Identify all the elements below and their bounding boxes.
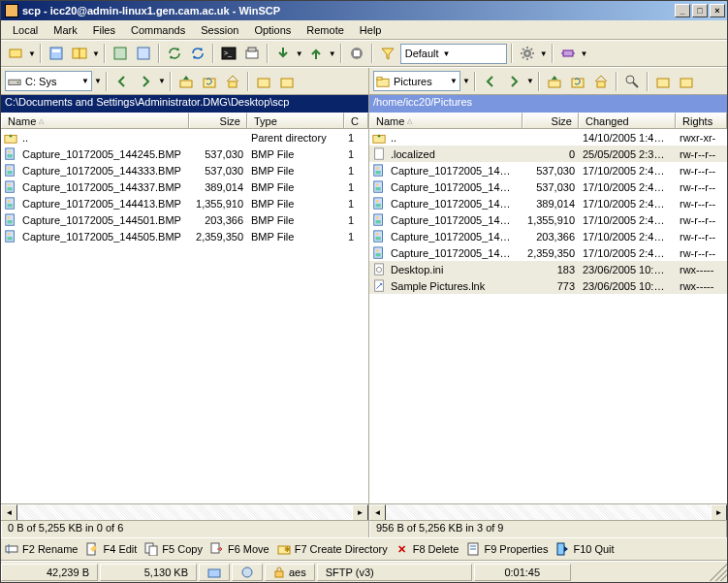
tool-btn-4[interactable]: [133, 43, 154, 64]
remote-col-name[interactable]: Name △: [369, 113, 522, 128]
local-hscroll[interactable]: ◄ ►: [1, 503, 368, 520]
disconnect-btn[interactable]: [557, 43, 579, 64]
file-row[interactable]: Capture_10172005_14…1,355,91017/10/2005 …: [369, 211, 727, 228]
local-file-list[interactable]: .. Parent directory 1 Capture_10172005_1…: [1, 129, 368, 503]
filter-btn[interactable]: [377, 43, 398, 64]
file-row[interactable]: .localized025/05/2005 2:3…rw-r--r--: [369, 146, 727, 162]
file-row[interactable]: Capture_10172005_14…2,359,35017/10/2005 …: [369, 244, 727, 261]
bmp-icon: [3, 147, 18, 161]
scroll-left-btn[interactable]: ◄: [369, 504, 386, 520]
minimize-button[interactable]: _: [675, 4, 690, 17]
copy-btn[interactable]: F5 Copy: [144, 542, 203, 556]
close-button[interactable]: ×: [710, 4, 725, 17]
status-icon1[interactable]: [199, 564, 230, 581]
props-btn[interactable]: F9 Properties: [466, 542, 548, 556]
app-icon: [5, 4, 18, 17]
local-toolbar: C: Sys ▼ ▼ ▼: [1, 68, 368, 95]
quit-btn[interactable]: F10 Quit: [555, 542, 614, 556]
local-drive-combo[interactable]: C: Sys ▼: [5, 71, 92, 91]
local-folder-btn2[interactable]: [276, 71, 298, 92]
remote-folder-btn2[interactable]: [676, 71, 697, 92]
console-btn[interactable]: >_: [218, 43, 239, 64]
tool-btn-1[interactable]: [46, 43, 67, 64]
file-row[interactable]: Sample Pictures.lnk77323/06/2005 10:…rwx…: [369, 277, 727, 294]
menu-help[interactable]: Help: [352, 22, 390, 38]
local-reload-btn[interactable]: [199, 71, 220, 92]
svg-line-58: [633, 82, 638, 87]
local-folder-btn1[interactable]: [253, 71, 274, 92]
tool-btn-5[interactable]: [241, 43, 263, 64]
svg-rect-29: [204, 79, 215, 87]
local-col-type[interactable]: Type: [247, 113, 344, 128]
rename-btn[interactable]: F2 Rename: [5, 542, 78, 556]
file-row[interactable]: Capture_10172005_14…537,03017/10/2005 2:…: [369, 178, 727, 195]
edit-btn[interactable]: F4 Edit: [85, 542, 137, 556]
delete-btn[interactable]: ✕F8 Delete: [396, 542, 459, 556]
remote-home-btn[interactable]: [590, 71, 612, 92]
remote-up-btn[interactable]: [544, 71, 565, 92]
remote-folder-btn1[interactable]: [652, 71, 674, 92]
remote-file-list[interactable]: .. 14/10/2005 1:4… rwxr-xr- .localized02…: [369, 129, 727, 503]
menu-session[interactable]: Session: [193, 22, 246, 38]
transfer-mode-combo[interactable]: Default ▼: [400, 44, 507, 64]
file-row[interactable]: Capture_10172005_14…537,03017/10/2005 2:…: [369, 162, 727, 178]
remote-col-size[interactable]: Size: [522, 113, 579, 128]
svg-rect-6: [138, 48, 149, 59]
file-row[interactable]: Desktop.ini18323/06/2005 10:…rwx-----: [369, 261, 727, 277]
local-up-btn[interactable]: [175, 71, 197, 92]
menu-local[interactable]: Local: [5, 22, 46, 38]
parent-dir-row[interactable]: .. Parent directory 1: [1, 129, 368, 146]
refresh-btn[interactable]: [187, 43, 208, 64]
gear-btn[interactable]: [517, 43, 538, 64]
local-col-size[interactable]: Size: [189, 113, 247, 128]
svg-rect-59: [657, 79, 669, 87]
file-row[interactable]: Capture_10172005_14…203,36617/10/2005 2:…: [369, 228, 727, 244]
scroll-right-btn[interactable]: ►: [711, 504, 727, 520]
mkdir-btn[interactable]: ✱F7 Create Directory: [277, 542, 388, 556]
remote-col-rights[interactable]: Rights: [676, 113, 727, 128]
menu-remote[interactable]: Remote: [299, 22, 352, 38]
local-back-btn[interactable]: [111, 71, 133, 92]
file-row[interactable]: Capture_10172005_144337.BMP389,014BMP Fi…: [1, 178, 368, 195]
file-icon: [371, 279, 387, 293]
remote-drive-combo[interactable]: Pictures ▼: [373, 71, 460, 91]
menu-files[interactable]: Files: [85, 22, 123, 38]
menu-commands[interactable]: Commands: [123, 22, 193, 38]
tool-btn-3[interactable]: [110, 43, 131, 64]
remote-path: /home/icc20/Pictures: [369, 95, 727, 113]
local-drive-label: C: Sys: [25, 76, 56, 87]
local-fwd-btn[interactable]: [135, 71, 156, 92]
remote-back-btn[interactable]: [480, 71, 501, 92]
move-btn[interactable]: F6 Move: [210, 542, 269, 556]
remote-hscroll[interactable]: ◄ ►: [369, 503, 727, 520]
remote-find-btn[interactable]: [621, 71, 643, 92]
status-icon2[interactable]: [232, 564, 263, 581]
remote-reload-btn[interactable]: [567, 71, 588, 92]
svg-point-80: [376, 249, 379, 252]
file-row[interactable]: Capture_10172005_144501.BMP203,366BMP Fi…: [1, 211, 368, 228]
scroll-right-btn[interactable]: ►: [352, 504, 368, 520]
remote-col-changed[interactable]: Changed: [579, 113, 676, 128]
scroll-left-btn[interactable]: ◄: [1, 504, 17, 520]
stop-btn[interactable]: [346, 43, 367, 64]
down-green-btn[interactable]: [272, 43, 294, 64]
menu-options[interactable]: Options: [246, 22, 299, 38]
local-col-changed[interactable]: C: [344, 113, 368, 128]
menu-mark[interactable]: Mark: [46, 22, 84, 38]
file-icon: [371, 230, 387, 243]
up-green-btn[interactable]: [305, 43, 327, 64]
file-row[interactable]: Capture_10172005_14…389,01417/10/2005 2:…: [369, 195, 727, 211]
local-home-btn[interactable]: [222, 71, 243, 92]
resize-grip[interactable]: [710, 564, 727, 581]
session-btn[interactable]: [5, 43, 26, 64]
sync-btn[interactable]: [164, 43, 185, 64]
tool-btn-2[interactable]: [69, 43, 90, 64]
local-col-name[interactable]: Name △: [1, 113, 189, 128]
file-row[interactable]: Capture_10172005_144333.BMP537,030BMP Fi…: [1, 162, 368, 178]
file-row[interactable]: Capture_10172005_144245.BMP537,030BMP Fi…: [1, 146, 368, 162]
file-row[interactable]: Capture_10172005_144505.BMP2,359,350BMP …: [1, 228, 368, 244]
file-row[interactable]: Capture_10172005_144413.BMP1,355,910BMP …: [1, 195, 368, 211]
maximize-button[interactable]: □: [692, 4, 708, 17]
remote-fwd-btn[interactable]: [503, 71, 524, 92]
parent-dir-row[interactable]: .. 14/10/2005 1:4… rwxr-xr-: [369, 129, 727, 146]
